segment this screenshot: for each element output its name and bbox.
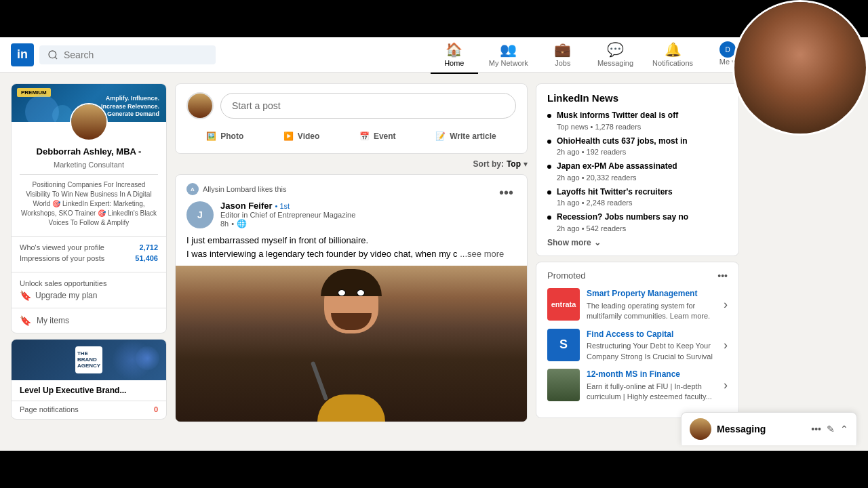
content-area: PREMIUM Amplify. Influence.Increase Rele… [0, 73, 868, 451]
photo-icon: 🖼️ [206, 131, 216, 141]
article-icon: 📝 [435, 131, 446, 141]
news-meta-4: 1h ago • 2,248 readers [557, 199, 673, 207]
nav-item-jobs[interactable]: 💼 Jobs [539, 37, 587, 74]
nav-label-jobs: Jobs [555, 59, 570, 67]
news-meta-5: 2h ago • 542 readers [557, 224, 688, 232]
linkedin-logo[interactable]: in [11, 43, 34, 66]
stat-impressions-label: Impressions of your posts [20, 254, 104, 262]
time-text: 8h [220, 220, 229, 228]
author-details: Jason Feifer • 1st Editor in Chief of En… [220, 201, 355, 228]
nav-item-home[interactable]: 🏠 Home [431, 37, 478, 74]
promo-chevron-2: › [724, 338, 728, 352]
promo-link-1[interactable]: Smart Property Management [587, 288, 717, 300]
nav-item-my-network[interactable]: 👥 My Network [481, 37, 536, 74]
start-post-input[interactable]: Start a post [220, 93, 516, 119]
promo-link-2[interactable]: Find Access to Capital [587, 329, 717, 340]
show-more-news[interactable]: Show more ⌄ [547, 238, 728, 247]
post-text-line1: I just embarrassed myself in front of bi… [186, 234, 516, 247]
photo-action[interactable]: 🖼️ Photo [201, 127, 249, 145]
news-meta-3: 2h ago • 20,332 readers [557, 174, 677, 182]
news-item-1[interactable]: Musk informs Twitter deal is off Top new… [547, 110, 728, 131]
news-meta-1: Top news • 1,278 readers [557, 123, 678, 131]
right-sidebar: LinkedIn News Musk informs Twitter deal … [536, 83, 739, 440]
stat-views-value: 2,712 [139, 243, 158, 251]
news-headline-1: Musk informs Twitter deal is off [557, 110, 678, 121]
sort-value[interactable]: Top [507, 159, 521, 169]
promo-item-1[interactable]: entrata Smart Property Management The le… [547, 288, 728, 322]
post-avatar-image [188, 94, 212, 118]
news-item-5[interactable]: Recession? Jobs numbers say no 2h ago • … [547, 212, 728, 232]
photo-label: Photo [220, 131, 243, 141]
avatar-image [71, 104, 106, 140]
news-item-4[interactable]: Layoffs hit Twitter's recruiters 1h ago … [547, 187, 728, 207]
upgrade-icon: 🔖 [20, 290, 31, 301]
stat-profile-views[interactable]: Who's viewed your profile 2,712 [20, 243, 158, 251]
author-avatar[interactable]: J [186, 201, 214, 228]
linkedin-news-card: LinkedIn News Musk informs Twitter deal … [536, 83, 739, 256]
news-item-3[interactable]: Japan ex-PM Abe assassinated 2h ago • 20… [547, 161, 728, 182]
my-items-label: My items [37, 316, 69, 325]
promo-text-1: Smart Property Management The leading op… [587, 288, 717, 322]
promo-item-2[interactable]: S Find Access to Capital Restructuring Y… [547, 329, 728, 363]
promoted-title: Promoted [547, 270, 585, 281]
event-action[interactable]: 📅 Event [354, 127, 401, 145]
promo-card[interactable]: THEBRANDAGENCY Level Up Executive Brand.… [11, 339, 167, 420]
messaging-avatar [690, 418, 711, 440]
messaging-edit-button[interactable]: ✎ [827, 424, 835, 434]
promo-chevron-3: › [724, 378, 728, 392]
see-more-link[interactable]: ...see more [460, 249, 504, 259]
news-item-2[interactable]: OhioHealth cuts 637 jobs, most in 2h ago… [547, 136, 728, 157]
messaging-bubble[interactable]: Messaging ••• ✎ ⌃ [681, 412, 857, 445]
video-action[interactable]: ▶️ Video [278, 127, 325, 145]
upgrade-label: Unlock sales opportunities [20, 279, 158, 287]
messaging-chevron-button[interactable]: ⌃ [840, 424, 848, 434]
liked-by-text: Allysin Lombard likes this [203, 185, 287, 193]
author-role: Editor in Chief of Entrepreneur Magazine [220, 211, 355, 219]
search-input[interactable] [64, 49, 199, 60]
post-image-visual [176, 266, 527, 422]
profile-avatar[interactable] [70, 103, 108, 141]
news-headline-3: Japan ex-PM Abe assassinated [557, 161, 677, 172]
messaging-icon: 💬 [607, 41, 624, 58]
news-bullet-3 [547, 165, 551, 169]
search-bar[interactable] [39, 45, 216, 64]
liked-avatar: A [186, 183, 199, 195]
author-liked: A Allysin Lombard likes this [186, 183, 355, 195]
profile-stats: Who's viewed your profile 2,712 Impressi… [12, 236, 166, 272]
post-content: I just embarrassed myself in front of bi… [176, 234, 527, 266]
messaging-dots-button[interactable]: ••• [811, 424, 821, 434]
post-create-top: Start a post [186, 92, 516, 119]
nav-item-messaging[interactable]: 💬 Messaging [589, 37, 642, 74]
nav-item-notifications[interactable]: 🔔 Notifications [644, 37, 701, 74]
news-headline-5: Recession? Jobs numbers say no [557, 212, 688, 223]
news-headline-4: Layoffs hit Twitter's recruiters [557, 187, 673, 198]
promoted-card: Promoted ••• entrata Smart Property Mana… [536, 262, 739, 418]
page-notif-label: Page notifications [20, 405, 79, 413]
sort-bar: Sort by: Top ▾ [175, 159, 528, 169]
notifications-icon: 🔔 [665, 41, 682, 58]
stat-impressions[interactable]: Impressions of your posts 51,406 [20, 254, 158, 262]
promo-desc-2: Restructuring Your Debt to Keep Your Com… [587, 342, 713, 360]
news-content-5: Recession? Jobs numbers say no 2h ago • … [557, 212, 688, 232]
promo-card-title: Level Up Executive Brand... [12, 380, 166, 401]
promoted-more-icon[interactable]: ••• [717, 270, 728, 281]
upgrade-button[interactable]: 🔖 Upgrade my plan [20, 290, 158, 301]
write-article-label: Write article [450, 131, 496, 141]
author-connection-badge: • 1st [275, 202, 290, 210]
write-article-action[interactable]: 📝 Write article [430, 127, 501, 145]
video-icon: ▶️ [283, 131, 294, 141]
post-more-button[interactable]: ••• [496, 183, 516, 202]
separator: • [231, 220, 234, 228]
promo-text-3: 12-month MS in Finance Earn it fully-onl… [587, 369, 717, 403]
right-eye [357, 289, 365, 296]
promo-logo: THEBRANDAGENCY [75, 346, 102, 373]
my-items-link[interactable]: 🔖 My items [12, 308, 166, 333]
news-content-1: Musk informs Twitter deal is off Top new… [557, 110, 678, 131]
author-name[interactable]: Jason Feifer [220, 201, 273, 211]
promo-item-3[interactable]: 12-month MS in Finance Earn it fully-onl… [547, 369, 728, 403]
jobs-icon: 💼 [554, 41, 571, 58]
promo-link-3[interactable]: 12-month MS in Finance [587, 369, 717, 380]
nav-label-notifications: Notifications [652, 59, 693, 67]
sort-chevron-icon: ▾ [524, 159, 528, 169]
nav-label-home: Home [444, 59, 464, 67]
